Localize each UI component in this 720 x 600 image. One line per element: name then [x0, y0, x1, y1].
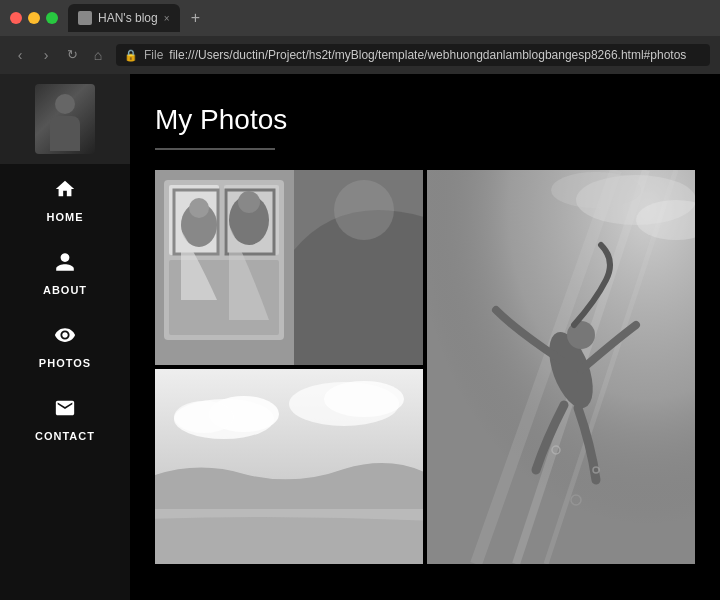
title-bar: HAN's blog × + — [0, 0, 720, 36]
maximize-button[interactable] — [46, 12, 58, 24]
about-label: ABOUT — [43, 284, 87, 296]
main-content: My Photos — [130, 74, 720, 600]
svg-point-10 — [238, 191, 260, 213]
reload-button[interactable]: ↻ — [62, 47, 82, 63]
address-bar: ‹ › ↻ ⌂ 🔒 File file:///Users/ductin/Proj… — [0, 36, 720, 74]
tab-close-icon[interactable]: × — [164, 13, 170, 24]
sidebar: HOME ABOUT PHOTOS — [0, 74, 130, 600]
svg-point-30 — [174, 401, 234, 433]
tab-title: HAN's blog — [98, 11, 158, 25]
svg-point-32 — [324, 381, 404, 417]
traffic-lights — [10, 12, 58, 24]
browser-chrome: HAN's blog × + ‹ › ↻ ⌂ 🔒 File file:///Us… — [0, 0, 720, 74]
svg-point-12 — [334, 180, 394, 240]
sidebar-item-contact[interactable]: CONTACT — [0, 383, 130, 456]
sidebar-item-photos[interactable]: PHOTOS — [0, 310, 130, 383]
url-bar[interactable]: 🔒 File file:///Users/ductin/Project/hs2t… — [116, 44, 710, 66]
svg-point-25 — [551, 172, 641, 208]
mail-icon — [54, 397, 76, 424]
eye-icon — [54, 324, 76, 351]
new-tab-button[interactable]: + — [184, 6, 208, 30]
title-underline — [155, 148, 275, 150]
tab-bar: HAN's blog × + — [68, 4, 710, 32]
photo-3 — [155, 369, 423, 564]
svg-point-8 — [189, 198, 209, 218]
contact-label: CONTACT — [35, 430, 95, 442]
home-label: HOME — [47, 211, 84, 223]
page-wrapper: HOME ABOUT PHOTOS — [0, 74, 720, 600]
avatar-image — [35, 84, 95, 154]
home-icon — [54, 178, 76, 205]
photo-1 — [155, 170, 423, 365]
close-button[interactable] — [10, 12, 22, 24]
avatar — [35, 84, 95, 154]
url-text: file:///Users/ductin/Project/hs2t/myBlog… — [169, 48, 686, 62]
person-icon — [54, 251, 76, 278]
sidebar-item-about[interactable]: ABOUT — [0, 237, 130, 310]
file-label: File — [144, 48, 163, 62]
photo-2 — [427, 170, 695, 564]
lock-icon: 🔒 — [124, 49, 138, 62]
home-button[interactable]: ⌂ — [88, 47, 108, 63]
photos-label: PHOTOS — [39, 357, 91, 369]
sidebar-nav: HOME ABOUT PHOTOS — [0, 164, 130, 456]
forward-button[interactable]: › — [36, 47, 56, 63]
photo-grid — [155, 170, 695, 564]
back-button[interactable]: ‹ — [10, 47, 30, 63]
nav-buttons: ‹ › ↻ ⌂ — [10, 47, 108, 63]
tab-favicon-icon — [78, 11, 92, 25]
minimize-button[interactable] — [28, 12, 40, 24]
sidebar-item-home[interactable]: HOME — [0, 164, 130, 237]
browser-tab[interactable]: HAN's blog × — [68, 4, 180, 32]
page-title: My Photos — [155, 104, 695, 136]
avatar-section — [0, 74, 130, 164]
